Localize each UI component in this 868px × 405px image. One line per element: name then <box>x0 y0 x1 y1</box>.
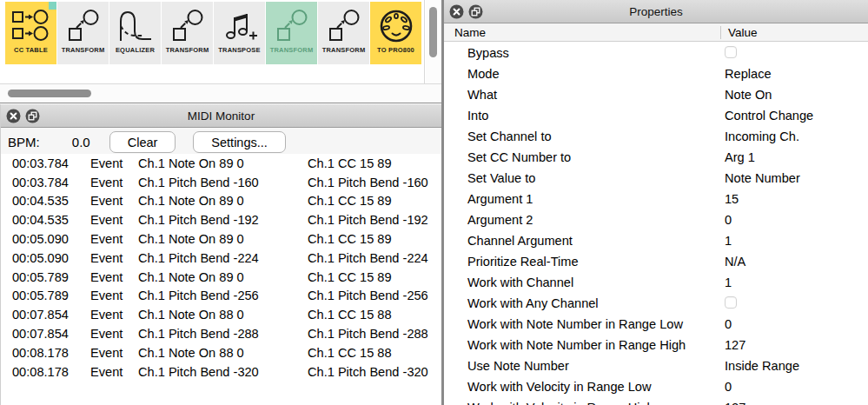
monitor-event-row[interactable]: 00:05.789EventCh.1 Pitch Bend -256Ch.1 P… <box>1 287 441 306</box>
monitor-event-row[interactable]: 00:07.854EventCh.1 Pitch Bend -288Ch.1 P… <box>1 324 441 343</box>
cell-timestamp: 00:05.090 <box>1 232 85 246</box>
property-value[interactable]: Control Change <box>720 109 868 123</box>
cell-type: Event <box>85 156 133 170</box>
property-row[interactable]: Set CC Number toArg 1 <box>444 147 868 168</box>
module-label: TRANSFORM <box>322 46 366 54</box>
property-value[interactable]: Note Number <box>720 171 868 185</box>
cell-incoming: Ch.1 Note On 88 0 <box>133 308 302 322</box>
settings-button[interactable]: Settings... <box>193 131 285 153</box>
property-value[interactable]: 127 <box>720 401 868 405</box>
module-tile-transform[interactable]: TRANSFORM <box>318 2 369 64</box>
panel-title: MIDI Monitor <box>1 110 441 123</box>
property-value[interactable]: 0 <box>720 213 868 227</box>
column-header-value[interactable]: Value <box>720 26 868 39</box>
cell-incoming: Ch.1 Note On 89 0 <box>133 270 302 284</box>
module-tile-to-pro800[interactable]: TO PRO800 <box>370 2 421 64</box>
property-value[interactable]: 0 <box>720 317 868 331</box>
property-value[interactable]: N/A <box>720 255 868 269</box>
pipeline-vertical-scrollbar[interactable] <box>426 0 441 83</box>
property-value[interactable]: 1 <box>720 276 868 289</box>
cell-incoming: Ch.1 Note On 89 0 <box>133 156 302 170</box>
monitor-event-row[interactable]: 00:04.535EventCh.1 Pitch Bend -192Ch.1 P… <box>1 210 441 229</box>
horizontal-scroll-thumb[interactable] <box>8 90 91 97</box>
property-row[interactable]: Work with Any Channel <box>444 293 868 314</box>
module-tile-transpose[interactable]: TRANSPOSE <box>214 2 265 64</box>
property-value[interactable]: 1 <box>720 234 868 248</box>
monitor-event-row[interactable]: 00:05.090EventCh.1 Note On 89 0Ch.1 CC 1… <box>1 229 441 249</box>
cell-type: Event <box>85 270 133 284</box>
property-value[interactable]: Incoming Ch. <box>720 129 868 143</box>
monitor-event-row[interactable]: 00:07.854EventCh.1 Note On 88 0Ch.1 CC 1… <box>1 305 441 324</box>
property-row[interactable]: Set Channel toIncoming Ch. <box>444 126 868 147</box>
property-row[interactable]: Argument 20 <box>444 209 868 230</box>
property-row[interactable]: Work with Note Number in Range Low0 <box>444 314 868 335</box>
property-row[interactable]: IntoControl Change <box>444 105 868 126</box>
cell-incoming: Ch.1 Pitch Bend -288 <box>133 327 302 341</box>
module-tile-cc-table[interactable]: CC TABLE <box>5 2 56 64</box>
cc-table-icon <box>11 8 51 44</box>
property-row[interactable]: Prioritize Real-TimeN/A <box>444 251 868 272</box>
vertical-scroll-thumb[interactable] <box>429 7 437 57</box>
module-tile-transform[interactable]: TRANSFORM <box>162 2 213 64</box>
monitor-event-row[interactable]: 00:05.090EventCh.1 Pitch Bend -224Ch.1 P… <box>1 249 441 268</box>
left-column: CC TABLETRANSFORMEQUALIZERTRANSFORMTRANS… <box>0 0 441 405</box>
property-row[interactable]: Set Value toNote Number <box>444 168 868 189</box>
property-row[interactable]: Use Note NumberInside Range <box>444 355 868 376</box>
cell-outgoing: Ch.1 Pitch Bend -288 <box>302 327 441 341</box>
checkbox[interactable] <box>725 46 737 58</box>
property-row[interactable]: Bypass <box>444 43 868 63</box>
property-value[interactable]: Inside Range <box>720 359 868 373</box>
property-name: Mode <box>444 67 720 81</box>
close-icon[interactable] <box>6 109 21 123</box>
property-name: What <box>444 88 720 102</box>
pipeline-horizontal-scrollbar[interactable] <box>0 83 441 103</box>
float-window-icon[interactable] <box>25 109 40 123</box>
monitor-event-row[interactable]: 00:03.784EventCh.1 Pitch Bend -160Ch.1 P… <box>1 173 441 192</box>
property-row[interactable]: WhatNote On <box>444 84 868 105</box>
pipeline-panel: CC TABLETRANSFORMEQUALIZERTRANSFORMTRANS… <box>0 0 441 103</box>
property-value[interactable]: 15 <box>720 192 868 206</box>
cell-type: Event <box>85 327 133 341</box>
equalizer-icon <box>117 8 154 44</box>
monitor-event-row[interactable]: 00:08.178EventCh.1 Pitch Bend -320Ch.1 P… <box>1 362 441 382</box>
cell-timestamp: 00:03.784 <box>1 156 85 170</box>
float-window-icon[interactable] <box>468 4 483 19</box>
property-name: Argument 1 <box>444 192 720 206</box>
property-name: Work with Note Number in Range Low <box>444 317 720 331</box>
module-tile-transform[interactable]: TRANSFORM <box>266 2 317 64</box>
properties-titlebar: Properties <box>444 0 868 23</box>
pipeline-canvas[interactable]: CC TABLETRANSFORMEQUALIZERTRANSFORMTRANS… <box>0 0 425 83</box>
property-row[interactable]: Work with Channel1 <box>444 272 868 293</box>
cell-incoming: Ch.1 Pitch Bend -192 <box>133 213 302 227</box>
close-icon[interactable] <box>449 4 464 19</box>
monitor-event-row[interactable]: 00:08.178EventCh.1 Note On 88 0Ch.1 CC 1… <box>1 343 441 362</box>
property-row[interactable]: ModeReplace <box>444 63 868 84</box>
property-row[interactable]: Work with Velocity in Range Low0 <box>444 376 868 397</box>
cell-outgoing: Ch.1 CC 15 88 <box>302 346 441 360</box>
property-value[interactable]: 0 <box>720 380 868 394</box>
module-tile-transform[interactable]: TRANSFORM <box>57 2 109 64</box>
checkbox[interactable] <box>725 296 737 309</box>
property-row[interactable]: Work with Velocity in Range High127 <box>444 397 868 405</box>
property-row[interactable]: Channel Argument1 <box>444 230 868 251</box>
monitor-rows: 00:03.784EventCh.1 Note On 89 0Ch.1 CC 1… <box>1 154 441 405</box>
monitor-event-row[interactable]: 00:05.789EventCh.1 Note On 89 0Ch.1 CC 1… <box>1 268 441 287</box>
cell-outgoing: Ch.1 CC 15 89 <box>302 232 441 246</box>
property-value[interactable]: Replace <box>720 67 868 81</box>
property-name: Set Value to <box>444 171 720 185</box>
property-row[interactable]: Argument 115 <box>444 189 868 209</box>
property-value[interactable]: 127 <box>720 338 868 352</box>
property-value[interactable]: Arg 1 <box>720 150 868 164</box>
clear-button[interactable]: Clear <box>109 131 176 153</box>
property-name: Prioritize Real-Time <box>444 255 720 269</box>
cell-timestamp: 00:04.535 <box>1 194 85 208</box>
monitor-event-row[interactable]: 00:04.535EventCh.1 Note On 89 0Ch.1 CC 1… <box>1 192 441 211</box>
cell-timestamp: 00:07.854 <box>1 327 85 341</box>
property-row[interactable]: Work with Note Number in Range High127 <box>444 335 868 355</box>
cell-incoming: Ch.1 Note On 89 0 <box>133 232 302 246</box>
module-tile-equalizer[interactable]: EQUALIZER <box>109 2 161 64</box>
monitor-event-row[interactable]: 00:03.784EventCh.1 Note On 89 0Ch.1 CC 1… <box>1 154 441 173</box>
column-header-name[interactable]: Name <box>444 26 720 39</box>
property-value[interactable]: Note On <box>720 88 868 102</box>
cell-type: Event <box>85 194 133 208</box>
